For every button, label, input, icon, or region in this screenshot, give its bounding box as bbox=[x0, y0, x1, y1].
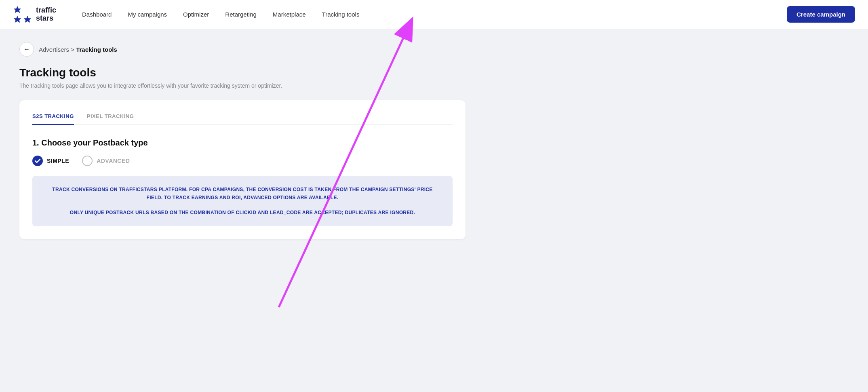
star-icon-2 bbox=[13, 15, 22, 24]
advanced-radio-circle bbox=[82, 156, 93, 166]
breadcrumb: ← Advertisers > Tracking tools bbox=[19, 42, 466, 57]
tab-s2s-tracking[interactable]: S2S TRACKING bbox=[32, 113, 74, 125]
info-line1: TRACK CONVERSIONS ON TRAFFICSTARS PLATFO… bbox=[45, 185, 440, 202]
breadcrumb-advertisers[interactable]: Advertisers bbox=[39, 46, 69, 53]
svg-point-3 bbox=[32, 156, 43, 166]
nav-item-marketplace[interactable]: Marketplace bbox=[266, 8, 312, 21]
svg-marker-0 bbox=[14, 6, 21, 13]
nav-item-tracking-tools[interactable]: Tracking tools bbox=[316, 8, 366, 21]
nav-item-optimizer[interactable]: Optimizer bbox=[177, 8, 215, 21]
simple-checked-icon bbox=[32, 156, 43, 166]
postback-type-group: SIMPLE ADVANCED bbox=[32, 156, 453, 166]
star-icon-1 bbox=[13, 5, 22, 14]
postback-advanced-label: ADVANCED bbox=[97, 158, 130, 164]
nav-item-dashboard[interactable]: Dashboard bbox=[76, 8, 118, 21]
postback-simple-label: SIMPLE bbox=[47, 158, 69, 164]
breadcrumb-text: Advertisers > Tracking tools bbox=[39, 46, 117, 53]
svg-marker-2 bbox=[24, 15, 31, 22]
breadcrumb-current: Tracking tools bbox=[76, 46, 117, 53]
nav-item-my-campaigns[interactable]: My campaigns bbox=[121, 8, 173, 21]
star-icon-3 bbox=[23, 15, 32, 24]
main-nav: Dashboard My campaigns Optimizer Retarge… bbox=[76, 8, 787, 21]
page-title: Tracking tools bbox=[19, 66, 466, 79]
info-box: TRACK CONVERSIONS ON TRAFFICSTARS PLATFO… bbox=[32, 176, 453, 226]
logo[interactable]: trafficstars bbox=[13, 5, 56, 24]
main-content: ← Advertisers > Tracking tools Tracking … bbox=[0, 29, 485, 252]
tab-pixel-tracking[interactable]: PIXEL TRACKING bbox=[87, 113, 134, 125]
logo-stars bbox=[13, 5, 32, 24]
main-card: S2S TRACKING PIXEL TRACKING 1. Choose yo… bbox=[19, 100, 466, 239]
info-line2: ONLY UNIQUE POSTBACK URLS BASED ON THE C… bbox=[45, 209, 440, 217]
back-button[interactable]: ← bbox=[19, 42, 34, 57]
section1-title: 1. Choose your Postback type bbox=[32, 138, 453, 148]
postback-advanced-option[interactable]: ADVANCED bbox=[82, 156, 130, 166]
svg-marker-1 bbox=[14, 15, 21, 22]
page-subtitle: The tracking tools page allows you to in… bbox=[19, 82, 466, 89]
header: trafficstars Dashboard My campaigns Opti… bbox=[0, 0, 868, 29]
nav-item-retargeting[interactable]: Retargeting bbox=[219, 8, 263, 21]
create-campaign-button[interactable]: Create campaign bbox=[787, 6, 855, 23]
tabs: S2S TRACKING PIXEL TRACKING bbox=[32, 113, 453, 125]
logo-text: trafficstars bbox=[36, 6, 56, 23]
postback-simple-option[interactable]: SIMPLE bbox=[32, 156, 69, 166]
